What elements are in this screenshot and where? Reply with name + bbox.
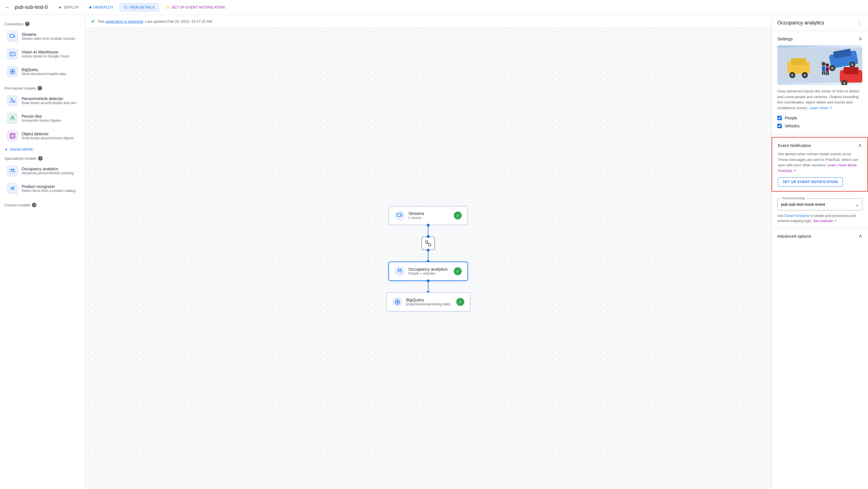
main-canvas: ✔ This application is deployed. Last upd… xyxy=(85,15,771,489)
svg-point-22 xyxy=(397,301,399,303)
vehicles-checkbox[interactable] xyxy=(777,124,782,128)
people-checkbox-row: People xyxy=(777,114,862,122)
vehicles-checkbox-row: Vehicles xyxy=(777,122,862,130)
status-bar: ✔ This application is deployed. Last upd… xyxy=(85,15,771,28)
settings-description: Uses advanced inputs like zones or lines… xyxy=(777,88,862,111)
post-processing-section: Post-processing pub-sub-test-mock-evento… xyxy=(772,194,868,228)
panel-header: Occupancy analytics ⋮ xyxy=(772,15,868,31)
panel-menu-button[interactable]: ⋮ xyxy=(857,19,862,26)
sidebar-item-product-recognizer[interactable]: Product recognizer Detect items from a p… xyxy=(2,180,83,197)
main-layout: Connectors ? Streams Stream video from m… xyxy=(0,15,868,489)
vehicles-label: Vehicles xyxy=(785,124,800,128)
event-description: Get alerted when certain model events oc… xyxy=(778,151,862,174)
connector-1 xyxy=(428,225,429,237)
svg-point-12 xyxy=(13,169,14,171)
chevron-down-icon: ▼ xyxy=(5,148,8,152)
sidebar-item-object-detector[interactable]: Object detector Draw boxes around known … xyxy=(2,127,83,145)
transform-node[interactable] xyxy=(421,237,435,250)
settings-collapse-icon[interactable]: ∧ xyxy=(859,35,862,42)
learn-more-link[interactable]: Learn more ↗ xyxy=(809,106,832,110)
svg-point-5 xyxy=(11,70,13,72)
sidebar-item-streams[interactable]: Streams Stream video from multiple sourc… xyxy=(2,28,83,45)
settings-section: Settings ∧ xyxy=(772,31,868,135)
vision-ai-icon xyxy=(7,48,18,60)
event-notification-header[interactable]: Event Notification ∧ xyxy=(778,142,862,148)
advanced-options-title: Advanced options xyxy=(777,234,811,239)
connector-2 xyxy=(428,250,429,262)
view-details-button[interactable]: ☷ VIEW DETAILS xyxy=(120,3,159,11)
back-button[interactable]: ← xyxy=(5,4,10,10)
sidebar-item-occupancy[interactable]: Occupancy analytics Advanced person/vehi… xyxy=(2,162,83,179)
sidebar-item-person-blur[interactable]: Person blur Anonymize human figures xyxy=(2,110,83,127)
person-vehicle-icon xyxy=(7,95,18,106)
custom-help-icon[interactable]: ? xyxy=(32,203,36,207)
post-processing-label: Post-processing xyxy=(781,196,806,200)
svg-marker-3 xyxy=(12,53,13,55)
object-detector-icon xyxy=(7,130,18,142)
setup-event-notification-button[interactable]: SET UP EVENT NOTIFICATION xyxy=(778,177,843,186)
deploy-button[interactable]: ► DEPLOY xyxy=(55,3,83,11)
sidebar-item-vision-ai[interactable]: Vision AI Warehouse Assets stored on Goo… xyxy=(2,45,83,63)
svg-rect-16 xyxy=(429,244,431,246)
setup-notification-button[interactable]: ✨ SET UP EVENT NOTIFICATION xyxy=(161,3,229,11)
svg-point-20 xyxy=(400,269,402,270)
right-panel: Occupancy analytics ⋮ Settings ∧ xyxy=(771,15,868,489)
svg-point-11 xyxy=(11,169,12,171)
svg-marker-1 xyxy=(14,35,16,37)
sidebar-item-person-vehicle[interactable]: Person/vehicle detector Draw boxes aroun… xyxy=(2,92,83,109)
streams-node[interactable]: Streams 1 source ✓ xyxy=(389,206,468,225)
svg-rect-43 xyxy=(824,71,825,75)
flow-diagram: Streams 1 source ✓ xyxy=(386,206,470,312)
advanced-collapse-icon[interactable]: ∧ xyxy=(859,233,862,239)
people-checkbox[interactable] xyxy=(777,116,782,120)
svg-point-29 xyxy=(803,73,806,77)
streams-check-icon: ✓ xyxy=(454,212,462,219)
custom-section-title: Custom models ? xyxy=(0,201,85,208)
settings-image xyxy=(777,45,862,85)
deploy-icon: ► xyxy=(59,5,62,9)
view-details-icon: ☷ xyxy=(124,5,127,9)
show-more-button[interactable]: ▼ SHOW MORE xyxy=(0,145,85,154)
connector-3 xyxy=(428,281,429,292)
topbar-actions: ► DEPLOY ■ UNDEPLOY ☷ VIEW DETAILS ✨ SET… xyxy=(55,3,229,11)
app-title: pub-sub-test-0 xyxy=(15,4,48,10)
bigquery-check-icon: ✓ xyxy=(456,298,464,306)
advanced-options-header[interactable]: Advanced options ∧ xyxy=(777,233,862,239)
post-processing-note: Use Cloud Functions to handle post-proce… xyxy=(777,213,862,223)
event-collapse-icon[interactable]: ∧ xyxy=(858,142,862,148)
svg-point-19 xyxy=(398,269,400,270)
post-processing-select[interactable]: pub-sub-test-mock-eventoption-2 xyxy=(778,199,862,210)
product-recognizer-icon xyxy=(7,183,18,194)
connectors-help-icon[interactable]: ? xyxy=(25,22,30,26)
svg-point-8 xyxy=(11,116,13,118)
specialized-help-icon[interactable]: ? xyxy=(38,156,43,161)
event-notification-section: Event Notification ∧ Get alerted when ce… xyxy=(772,137,868,192)
advanced-options-section: Advanced options ∧ xyxy=(772,228,868,244)
svg-rect-46 xyxy=(826,72,827,75)
topbar: ← pub-sub-test-0 ► DEPLOY ■ UNDEPLOY ☷ V… xyxy=(0,0,868,15)
bigquery-node[interactable]: BigQuery projects/visionai-testing-stabl… xyxy=(386,292,470,312)
undeploy-icon: ■ xyxy=(89,5,92,9)
svg-rect-10 xyxy=(11,134,14,137)
cloud-functions-link[interactable]: Cloud Functions xyxy=(784,214,809,218)
svg-rect-13 xyxy=(397,213,401,216)
svg-rect-45 xyxy=(826,67,829,72)
svg-rect-47 xyxy=(828,72,829,75)
streams-icon xyxy=(7,31,18,42)
sidebar: Connectors ? Streams Stream video from m… xyxy=(0,15,85,489)
settings-header[interactable]: Settings ∧ xyxy=(777,35,862,42)
svg-point-6 xyxy=(11,98,13,100)
event-notification-title: Event Notification xyxy=(778,143,811,148)
deployed-link[interactable]: application is deployed xyxy=(105,19,143,24)
sidebar-item-bigquery[interactable]: BigQuery Store structured insights data xyxy=(2,63,83,80)
undeploy-button[interactable]: ■ UNDEPLOY xyxy=(85,3,117,11)
svg-rect-0 xyxy=(10,34,14,37)
canvas-area: Streams 1 source ✓ xyxy=(85,28,771,489)
svg-rect-25 xyxy=(791,58,806,65)
occupancy-node[interactable]: Occupancy analytics People + vehicles ✓ xyxy=(389,262,468,281)
pretrained-section-title: Pre-trained models ? xyxy=(0,84,85,92)
svg-rect-9 xyxy=(10,133,15,139)
svg-point-35 xyxy=(851,63,854,66)
pretrained-help-icon[interactable]: ? xyxy=(37,86,42,90)
see-example-link[interactable]: See example ↗ xyxy=(813,219,837,223)
